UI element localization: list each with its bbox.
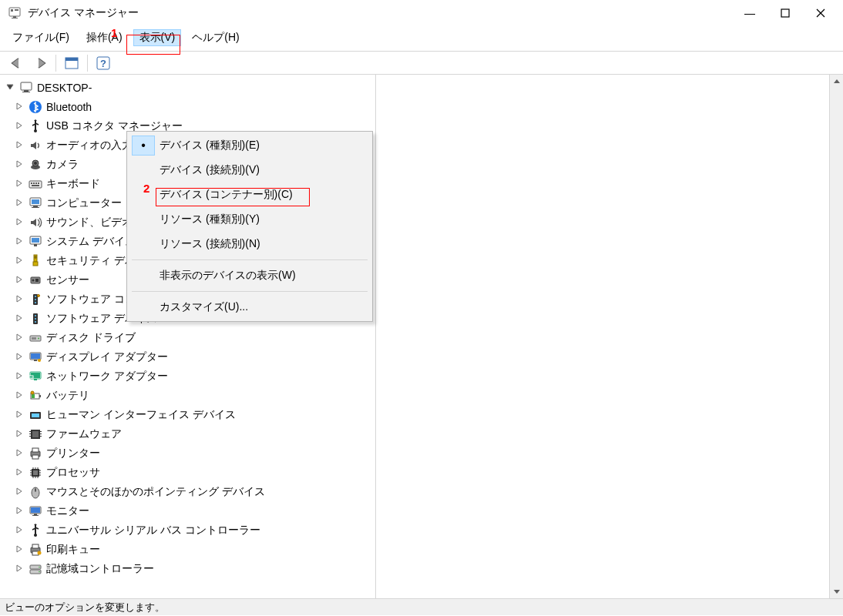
- svg-rect-78: [35, 489, 36, 491]
- svg-rect-67: [29, 436, 31, 437]
- expand-icon[interactable]: [14, 544, 25, 554]
- svg-text:?: ?: [100, 58, 106, 69]
- tree-item[interactable]: ディスク ドライブ: [5, 328, 372, 347]
- view-show-hidden-devices[interactable]: 非表示のデバイスの表示(W): [127, 263, 372, 288]
- show-console-tree-button[interactable]: [61, 54, 82, 72]
- svg-rect-69: [40, 434, 42, 434]
- tree-item[interactable]: バッテリ: [5, 386, 372, 405]
- vertical-scrollbar[interactable]: [829, 75, 843, 598]
- tree-item[interactable]: ユニバーサル シリアル バス コントローラー: [5, 521, 372, 540]
- expand-icon[interactable]: [14, 370, 25, 381]
- expand-icon[interactable]: [14, 467, 25, 477]
- tree-item[interactable]: ヒューマン インターフェイス デバイス: [5, 405, 372, 424]
- tree-item-label: ユニバーサル シリアル バス コントローラー: [46, 524, 260, 537]
- expand-icon[interactable]: [14, 197, 25, 208]
- toolbar-separator: [87, 55, 88, 72]
- svg-rect-72: [32, 448, 39, 452]
- maximize-button[interactable]: [767, 0, 803, 26]
- expand-icon[interactable]: [14, 563, 25, 574]
- svg-point-52: [38, 359, 41, 362]
- expand-icon[interactable]: [5, 82, 15, 92]
- tree-item[interactable]: ネットワーク アダプター: [5, 367, 372, 386]
- tree-item-label: ディスク ドライブ: [46, 331, 136, 345]
- menu-file[interactable]: ファイル(F): [6, 29, 76, 46]
- expand-icon[interactable]: [14, 390, 25, 400]
- view-menu-popup: • デバイス (種類別)(E) デバイス (接続別)(V) デバイス (コンテナ…: [126, 131, 373, 322]
- tree-item[interactable]: プリンター: [5, 444, 372, 463]
- tree-item-label: カメラ: [46, 158, 79, 172]
- tree-item[interactable]: 記憶域コントローラー: [5, 559, 372, 578]
- status-bar: ビューのオプションを変更します。: [0, 598, 843, 615]
- menu-help[interactable]: ヘルプ(H): [186, 29, 245, 46]
- tree-item[interactable]: 印刷キュー: [5, 540, 372, 559]
- close-button[interactable]: [803, 0, 838, 26]
- svg-rect-66: [29, 434, 31, 434]
- svg-rect-11: [24, 90, 29, 92]
- tree-item-label: 印刷キュー: [46, 543, 100, 557]
- nav-forward-button[interactable]: [29, 54, 51, 72]
- tree-item-label: ヒューマン インターフェイス デバイス: [46, 408, 236, 422]
- swdevice-icon: [28, 311, 43, 326]
- expand-icon[interactable]: [14, 139, 25, 150]
- svg-point-87: [38, 551, 42, 554]
- window-title: デバイス マネージャー: [28, 6, 139, 20]
- expand-icon[interactable]: [14, 120, 25, 131]
- expand-icon[interactable]: [14, 159, 25, 169]
- menu-separator: [132, 291, 368, 292]
- scroll-down-icon[interactable]: [830, 584, 843, 598]
- svg-rect-23: [32, 185, 39, 186]
- svg-point-32: [34, 256, 37, 259]
- nav-back-button[interactable]: [6, 54, 28, 72]
- mouse-icon: [28, 484, 43, 500]
- expand-icon[interactable]: [14, 332, 25, 343]
- tree-item[interactable]: ディスプレイ アダプター: [5, 347, 372, 367]
- svg-rect-10: [21, 82, 32, 90]
- scroll-track[interactable]: [830, 89, 843, 584]
- svg-point-44: [35, 318, 36, 320]
- tree-item[interactable]: Bluetooth: [5, 97, 372, 116]
- help-button[interactable]: ?: [92, 54, 114, 72]
- tree-item[interactable]: モニター: [5, 501, 372, 521]
- svg-rect-64: [32, 431, 39, 437]
- expand-icon[interactable]: [14, 293, 25, 304]
- scroll-up-icon[interactable]: [830, 75, 843, 89]
- expand-icon[interactable]: [14, 255, 25, 266]
- expand-icon[interactable]: [14, 486, 25, 497]
- network-icon: [28, 369, 43, 384]
- view-resources-by-type[interactable]: リソース (種類別)(Y): [127, 207, 372, 232]
- expand-icon[interactable]: [14, 505, 25, 516]
- svg-point-47: [38, 337, 39, 339]
- view-devices-by-type[interactable]: • デバイス (種類別)(E): [127, 133, 372, 158]
- tree-item[interactable]: ファームウェア: [5, 424, 372, 444]
- view-devices-by-connection[interactable]: デバイス (接続別)(V): [127, 158, 372, 182]
- tree-root-node[interactable]: DESKTOP-: [5, 78, 372, 97]
- system-icon: [28, 234, 43, 249]
- tree-item[interactable]: マウスとそのほかのポインティング デバイス: [5, 482, 372, 501]
- svg-rect-30: [34, 244, 37, 246]
- expand-icon[interactable]: [14, 428, 25, 439]
- annotation-box-2: [156, 188, 310, 206]
- menu-action[interactable]: 操作(A): [80, 29, 129, 46]
- tree-item[interactable]: プロセッサ: [5, 463, 372, 482]
- expand-icon[interactable]: [14, 274, 25, 285]
- view-resources-by-connection[interactable]: リソース (接続別)(N): [127, 232, 372, 256]
- annotation-number-2: 2: [143, 182, 149, 195]
- view-customize[interactable]: カスタマイズ(U)...: [127, 295, 372, 320]
- expand-icon[interactable]: [14, 178, 25, 189]
- expand-icon[interactable]: [14, 101, 25, 112]
- expand-icon[interactable]: [14, 216, 25, 227]
- usb-icon: [28, 119, 43, 134]
- expand-icon[interactable]: [14, 447, 25, 458]
- svg-rect-59: [32, 394, 35, 398]
- annotation-box-1: [126, 35, 180, 55]
- expand-icon[interactable]: [14, 351, 25, 362]
- svg-rect-82: [32, 515, 39, 516]
- expand-icon[interactable]: [14, 313, 25, 323]
- svg-rect-68: [40, 431, 42, 432]
- svg-rect-55: [34, 379, 37, 380]
- minimize-button[interactable]: —: [732, 0, 767, 26]
- tree-item-label: ディスプレイ アダプター: [46, 350, 168, 364]
- expand-icon[interactable]: [14, 524, 25, 535]
- expand-icon[interactable]: [14, 236, 25, 246]
- expand-icon[interactable]: [14, 409, 25, 420]
